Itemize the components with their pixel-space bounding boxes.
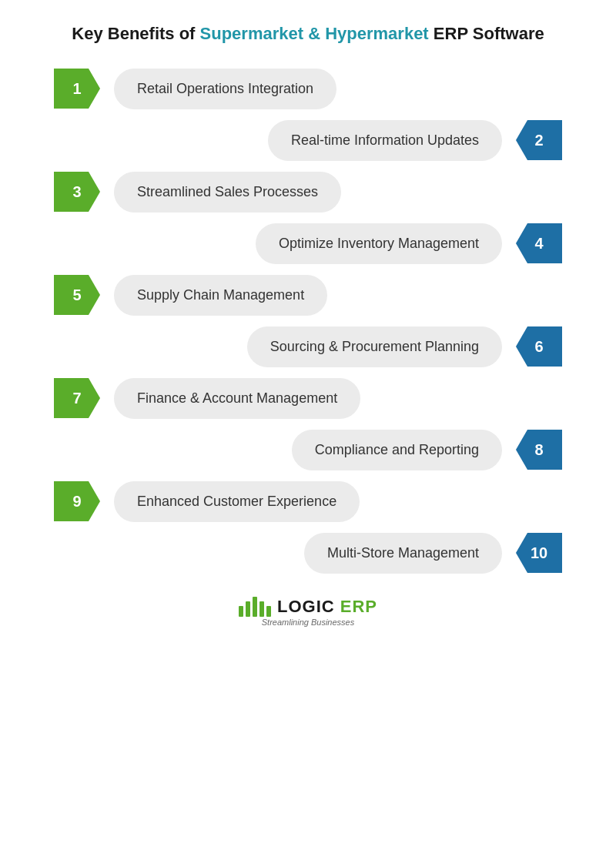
benefits-list: 1Retail Operations IntegrationReal-time … bbox=[31, 69, 585, 584]
blue-badge-8: 8 bbox=[516, 430, 562, 470]
logo-icon: LOGIC ERP bbox=[239, 597, 377, 617]
bar1 bbox=[239, 606, 243, 617]
list-item: 5Supply Chain Management bbox=[31, 275, 585, 316]
list-item: Compliance and Reporting8 bbox=[31, 430, 585, 470]
bar4 bbox=[259, 601, 264, 617]
list-item: 9Enhanced Customer Experience bbox=[31, 481, 585, 522]
logo-area: LOGIC ERP Streamlining Businesses bbox=[239, 597, 377, 627]
list-item: 1Retail Operations Integration bbox=[31, 69, 585, 109]
green-badge-3: 3 bbox=[54, 172, 100, 212]
pill-label: Streamlined Sales Processes bbox=[114, 172, 341, 213]
green-badge-9: 9 bbox=[54, 481, 100, 521]
pill-label: Optimize Inventory Management bbox=[256, 223, 502, 264]
bar2 bbox=[246, 601, 250, 617]
list-item: Real-time Information Updates2 bbox=[31, 120, 585, 161]
pill-label: Sourcing & Procurement Planning bbox=[247, 326, 502, 367]
pill-label: Real-time Information Updates bbox=[268, 120, 502, 161]
pill-label: Compliance and Reporting bbox=[292, 430, 502, 470]
pill-label: Finance & Account Management bbox=[114, 378, 360, 419]
logo-bars-icon bbox=[239, 597, 271, 617]
blue-badge-2: 2 bbox=[516, 120, 562, 160]
list-item: 7Finance & Account Management bbox=[31, 378, 585, 419]
bar3 bbox=[253, 597, 257, 617]
page-title: Key Benefits of Supermarket & Hypermarke… bbox=[72, 23, 544, 45]
list-item: 3Streamlined Sales Processes bbox=[31, 172, 585, 213]
pill-label: Retail Operations Integration bbox=[114, 69, 336, 109]
bar5 bbox=[266, 606, 271, 617]
green-badge-7: 7 bbox=[54, 378, 100, 418]
list-item: Optimize Inventory Management4 bbox=[31, 223, 585, 264]
pill-label: Enhanced Customer Experience bbox=[114, 481, 360, 522]
pill-label: Multi-Store Management bbox=[304, 533, 502, 574]
logo-tagline: Streamlining Businesses bbox=[262, 618, 354, 627]
list-item: Sourcing & Procurement Planning6 bbox=[31, 326, 585, 367]
green-badge-5: 5 bbox=[54, 275, 100, 315]
logo-text: LOGIC ERP bbox=[277, 597, 377, 617]
list-item: Multi-Store Management10 bbox=[31, 533, 585, 574]
blue-badge-4: 4 bbox=[516, 223, 562, 263]
blue-badge-6: 6 bbox=[516, 326, 562, 367]
blue-badge-10: 10 bbox=[516, 533, 562, 573]
pill-label: Supply Chain Management bbox=[114, 275, 327, 316]
green-badge-1: 1 bbox=[54, 69, 100, 109]
